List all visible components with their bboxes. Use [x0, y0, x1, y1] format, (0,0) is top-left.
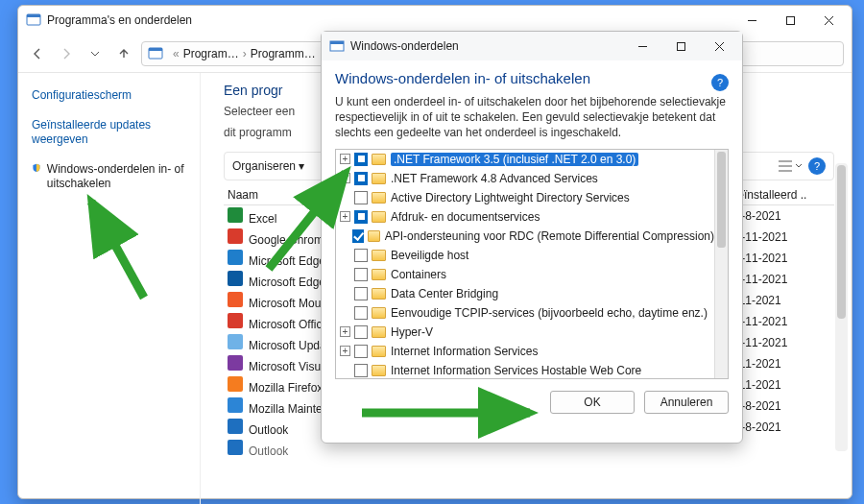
folder-icon: [372, 192, 386, 204]
install-date: 20-8-2021: [729, 209, 834, 223]
folder-icon: [372, 288, 386, 300]
breadcrumb-icon: [148, 46, 163, 61]
feature-label: .NET Framework 3.5 (inclusief .NET 2.0 e…: [391, 153, 638, 166]
folder-icon: [372, 173, 386, 184]
checkbox[interactable]: [354, 345, 368, 358]
checkbox[interactable]: [354, 191, 368, 204]
feature-tree: +.NET Framework 3.5 (inclusief .NET 2.0 …: [335, 149, 729, 379]
up-button[interactable]: [112, 42, 135, 65]
maximize-button[interactable]: [771, 6, 809, 35]
shield-icon: [32, 162, 41, 176]
dialog-icon: [329, 38, 345, 54]
feature-item[interactable]: API-ondersteuning voor RDC (Remote Diffe…: [336, 227, 714, 246]
svg-rect-4: [149, 48, 162, 51]
install-date: 24-11-2021: [729, 273, 834, 286]
program-name: Google Chrome: [249, 233, 330, 247]
svg-rect-2: [786, 16, 794, 24]
folder-icon: [372, 269, 386, 280]
breadcrumb-seg-2[interactable]: Programm…: [251, 47, 316, 60]
folder-icon: [372, 365, 386, 376]
checkbox[interactable]: [354, 306, 368, 320]
checkbox-partial[interactable]: [354, 210, 368, 224]
checkbox[interactable]: [354, 364, 368, 377]
program-name: Microsoft Edge: [249, 254, 325, 268]
install-date: 8-11-2021: [729, 294, 834, 307]
forward-button[interactable]: [55, 42, 78, 65]
organise-button[interactable]: Organiseren ▾: [232, 159, 304, 173]
feature-item[interactable]: +Afdruk- en documentservices: [336, 207, 714, 227]
windows-features-dialog: Windows-onderdelen Windows-onderdelen in…: [321, 31, 743, 444]
tree-scrollbar-thumb[interactable]: [717, 152, 726, 248]
feature-item[interactable]: Beveiligde host: [336, 246, 714, 265]
checkbox[interactable]: [354, 268, 368, 281]
folder-icon: [372, 154, 386, 165]
dialog-description: U kunt een onderdeel in- of uitschakelen…: [335, 94, 729, 141]
checkbox[interactable]: [354, 287, 368, 300]
sidebar-link-control-panel[interactable]: Configuratiescherm: [32, 88, 190, 103]
programs-icon: [26, 12, 41, 28]
install-date: 20-8-2021: [729, 420, 834, 434]
window-title: Programma's en onderdelen: [47, 13, 732, 27]
checkbox-partial[interactable]: [354, 153, 368, 166]
dialog-help-icon[interactable]: ?: [711, 74, 729, 91]
folder-icon: [372, 346, 386, 357]
feature-item[interactable]: Internet Information Services Hostable W…: [336, 361, 714, 378]
program-name: Mozilla Mainten: [249, 402, 328, 416]
checkbox[interactable]: [354, 325, 368, 339]
scrollbar-thumb[interactable]: [837, 165, 846, 319]
feature-item[interactable]: +.NET Framework 4.8 Advanced Services: [336, 169, 714, 188]
col-date[interactable]: Geïnstalleerd ..: [729, 188, 834, 202]
dialog-minimize-button[interactable]: [623, 32, 661, 60]
expand-icon[interactable]: +: [340, 346, 350, 356]
cancel-button[interactable]: Annuleren: [644, 391, 729, 414]
tree-scrollbar[interactable]: [714, 150, 728, 378]
close-button[interactable]: [809, 6, 848, 35]
install-date: 24-11-2021: [729, 252, 834, 265]
checkbox[interactable]: [354, 249, 368, 262]
feature-item[interactable]: +Hyper-V: [336, 323, 714, 342]
expand-icon[interactable]: +: [340, 154, 350, 164]
install-date: 16-11-2021: [729, 230, 834, 244]
program-name: Microsoft Updat: [249, 339, 329, 352]
ok-button[interactable]: OK: [550, 391, 635, 414]
breadcrumb-seg-1[interactable]: Program…: [183, 47, 239, 60]
sidebar-link-updates[interactable]: Geïnstalleerde updates weergeven: [32, 118, 190, 147]
feature-item[interactable]: +.NET Framework 3.5 (inclusief .NET 2.0 …: [336, 150, 714, 169]
feature-label: Hyper-V: [391, 325, 433, 339]
feature-label: Internet Information Services: [391, 345, 538, 358]
feature-item[interactable]: Containers: [336, 265, 714, 284]
feature-label: API-ondersteuning voor RDC (Remote Diffe…: [385, 229, 714, 243]
feature-item[interactable]: +Internet Information Services: [336, 342, 714, 361]
install-date: 8-11-2021: [729, 378, 834, 392]
folder-icon: [372, 250, 386, 261]
feature-label: Internet Information Services Hostable W…: [391, 364, 641, 377]
recent-button[interactable]: [84, 42, 107, 65]
feature-label: Eenvoudige TCPIP-services (bijvoorbeeld …: [391, 306, 708, 320]
feature-item[interactable]: Data Center Bridging: [336, 284, 714, 303]
feature-label: Containers: [391, 268, 446, 281]
program-name: Outlook: [249, 423, 288, 437]
expand-icon[interactable]: +: [340, 211, 350, 222]
expand-icon[interactable]: +: [340, 326, 350, 337]
scrollbar[interactable]: [835, 163, 848, 451]
svg-rect-6: [330, 41, 344, 44]
svg-rect-1: [27, 14, 40, 17]
feature-label: Data Center Bridging: [391, 287, 498, 300]
checkbox-partial[interactable]: [354, 172, 368, 185]
checkbox-checked[interactable]: [352, 229, 364, 243]
install-date: 20-11-2021: [729, 336, 834, 349]
dialog-close-button[interactable]: [700, 32, 738, 60]
dialog-maximize-button[interactable]: [661, 32, 700, 60]
feature-item[interactable]: Active Directory Lightweight Directory S…: [336, 188, 714, 207]
install-date: 8-11-2021: [729, 357, 834, 371]
back-button[interactable]: [26, 42, 49, 65]
help-icon[interactable]: ?: [808, 157, 826, 175]
sidebar-link-windows-features[interactable]: Windows-onderdelen in- of uitschakelen: [32, 162, 190, 191]
feature-item[interactable]: Eenvoudige TCPIP-services (bijvoorbeeld …: [336, 303, 714, 323]
svg-rect-7: [677, 42, 684, 50]
feature-label: .NET Framework 4.8 Advanced Services: [391, 172, 598, 185]
expand-icon[interactable]: +: [340, 173, 350, 183]
install-date: 13-11-2021: [729, 315, 834, 328]
program-name: Microsoft Office: [249, 318, 328, 331]
view-button[interactable]: [779, 160, 803, 172]
